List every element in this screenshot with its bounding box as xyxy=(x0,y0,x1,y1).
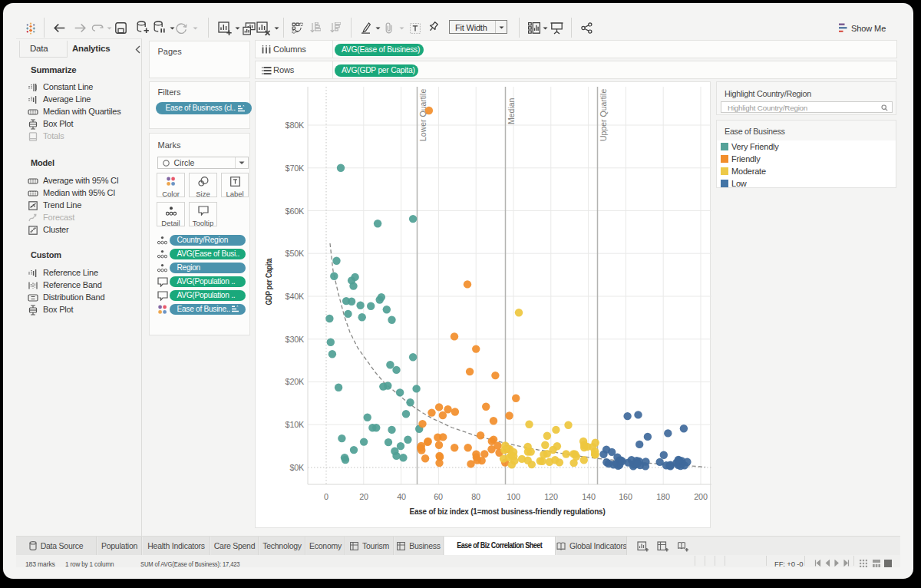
svg-text:Upper Quartile: Upper Quartile xyxy=(599,89,608,141)
svg-text:180: 180 xyxy=(656,492,670,501)
svg-text:$80K: $80K xyxy=(286,121,305,130)
svg-text:$50K: $50K xyxy=(286,249,305,258)
svg-text:$10K: $10K xyxy=(286,420,305,429)
svg-text:$60K: $60K xyxy=(286,206,305,216)
svg-text:100: 100 xyxy=(507,492,520,501)
svg-text:$0K: $0K xyxy=(289,463,305,472)
svg-text:200: 200 xyxy=(694,492,708,501)
svg-text:$40K: $40K xyxy=(286,292,305,301)
svg-text:140: 140 xyxy=(582,492,596,501)
svg-text:GDP per Capita: GDP per Capita xyxy=(265,258,273,305)
svg-text:0: 0 xyxy=(324,492,328,501)
svg-text:20: 20 xyxy=(359,492,368,501)
svg-text:$70K: $70K xyxy=(286,164,305,173)
svg-text:160: 160 xyxy=(619,492,632,501)
svg-text:Lower Quartile: Lower Quartile xyxy=(418,89,427,141)
svg-text:Ease of biz index (1=most busi: Ease of biz index (1=most business-frien… xyxy=(410,507,606,516)
svg-text:$20K: $20K xyxy=(286,377,305,386)
svg-text:Median: Median xyxy=(507,97,516,124)
svg-text:60: 60 xyxy=(434,492,443,501)
svg-text:$30K: $30K xyxy=(286,335,305,344)
svg-text:80: 80 xyxy=(471,492,480,501)
svg-text:40: 40 xyxy=(397,492,406,501)
svg-text:120: 120 xyxy=(544,492,558,501)
